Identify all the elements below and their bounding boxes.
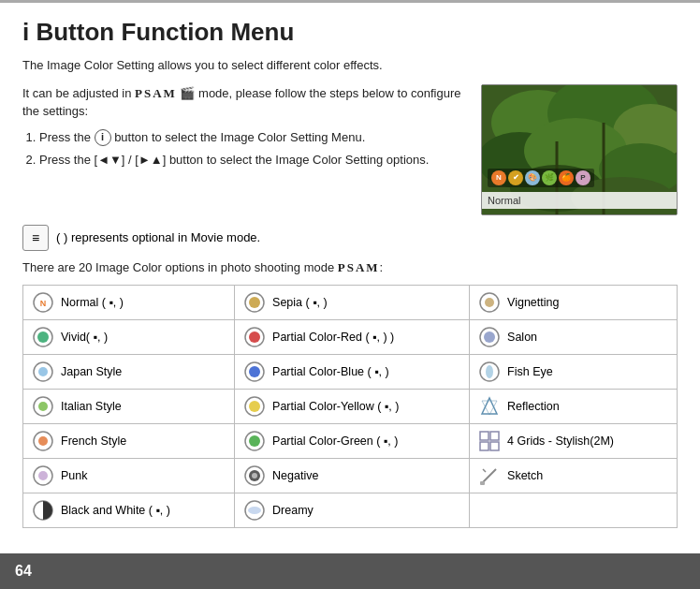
options-table: N Normal ( ▪, ) Sepia ( ▪, ) (22, 285, 678, 528)
partial-blue-label-text: Partial Color-Blue ( ▪, ) (272, 365, 389, 378)
punk-icon (31, 464, 55, 488)
option-fisheye: Fish Eye (477, 360, 669, 384)
table-row: Punk Negative (23, 458, 678, 493)
step-1: Press the i button to select the Image C… (39, 128, 466, 148)
svg-point-26 (249, 366, 260, 377)
option-cell-vignetting: Vignetting (470, 285, 678, 319)
bw-label-text: Black and White ( ▪, ) (61, 504, 170, 517)
shooting-prefix: There are 20 Image Color options in phot… (22, 260, 338, 274)
camera-normal-label: Normal (482, 192, 677, 209)
option-cell-empty (470, 493, 678, 527)
footer: 64 (0, 553, 700, 589)
option-salon: Salon (477, 325, 669, 349)
svg-point-14 (249, 297, 260, 308)
svg-point-36 (38, 436, 48, 446)
fisheye-icon (477, 360, 502, 384)
option-negative: Negative (242, 464, 461, 488)
option-sketch: Sketch (477, 464, 669, 488)
table-row: Japan Style Partial Color-Blue ( ▪, ) (23, 354, 678, 389)
partial-blue-icon (242, 360, 267, 384)
svg-point-47 (252, 473, 257, 479)
sketch-label-text: Sketch (507, 469, 543, 482)
svg-point-24 (38, 367, 48, 376)
negative-label-text: Negative (272, 469, 318, 482)
table-row: Vivid( ▪, ) Partial Color-Red ( ▪, ) ) (23, 319, 678, 354)
option-cell-italian: Italian Style (23, 389, 235, 423)
svg-rect-42 (490, 442, 499, 450)
option-cell-salon: Salon (470, 319, 678, 354)
punk-label-text: Punk (61, 469, 88, 482)
options-tbody: N Normal ( ▪, ) Sepia ( ▪, ) (23, 285, 678, 527)
svg-point-44 (38, 471, 48, 480)
french-label-text: French Style (61, 434, 126, 448)
4grids-icon (477, 429, 502, 453)
shooting-text: There are 20 Image Color options in phot… (22, 260, 678, 275)
salon-icon (477, 325, 502, 349)
option-cell-normal: N Normal ( ▪, ) (23, 285, 235, 319)
note-row: ≡ ( ) represents optional in Movie mode. (22, 225, 678, 251)
normal-label-text: Normal ( ▪, ) (61, 296, 124, 309)
table-row: Black and White ( ▪, ) Dreamy (23, 493, 678, 527)
japan-label-text: Japan Style (61, 365, 122, 378)
option-japan: Japan Style (31, 360, 226, 384)
table-row: French Style Partial Color-Green ( ▪, ) (23, 423, 678, 458)
partial-yellow-label-text: Partial Color-Yellow ( ▪, ) (272, 400, 399, 413)
step1-pre: Press the (39, 130, 95, 144)
step-2: Press the [◄▼] / [►▲] button to select t… (39, 151, 466, 170)
option-cell-punk: Punk (23, 458, 235, 493)
option-vivid: Vivid( ▪, ) (31, 325, 226, 349)
psam-label-1: PSAM (135, 86, 177, 100)
mode-i-icon: 🌿 (542, 170, 557, 185)
mode-n-icon: N (491, 170, 506, 185)
page-title: i Button Function Menu (22, 18, 678, 47)
vivid-label-text: Vivid( ▪, ) (61, 331, 108, 344)
steps-list: Press the i button to select the Image C… (22, 128, 466, 171)
intro-text-1: The Image Color Setting allows you to se… (22, 56, 678, 75)
foliage-bg: N ✔ 🎨 🌿 🍊 P Normal (482, 85, 677, 214)
option-cell-negative: Negative (235, 458, 470, 493)
table-row: Italian Style Partial Color-Yellow ( ▪, … (23, 389, 678, 423)
salon-label-text: Salon (507, 331, 537, 344)
two-col-section: It can be adjusted in PSAM 🎬 mode, pleas… (22, 84, 678, 215)
option-cell-4grids: 4 Grids - Stylish(2M) (470, 423, 678, 458)
svg-point-30 (38, 402, 48, 411)
step2-text: Press the [◄▼] / [►▲] button to select t… (39, 153, 429, 167)
page: i Button Function Menu The Image Color S… (0, 0, 700, 589)
option-cell-french: French Style (23, 423, 235, 458)
option-cell-japan: Japan Style (23, 354, 235, 389)
note-text: ( ) represents optional in Movie mode. (56, 230, 260, 244)
option-vignetting: Vignetting (477, 290, 669, 315)
bw-icon (31, 498, 55, 523)
option-punk: Punk (31, 464, 226, 488)
option-cell-dreamy: Dreamy (235, 493, 470, 527)
option-normal: N Normal ( ▪, ) (31, 290, 226, 315)
svg-point-53 (248, 507, 261, 514)
option-bw: Black and White ( ▪, ) (31, 498, 226, 523)
psam-label-2: PSAM (338, 260, 380, 274)
italian-label-text: Italian Style (61, 400, 122, 413)
partial-green-icon (242, 429, 267, 453)
page-number: 64 (15, 563, 32, 580)
mode-p-icon: P (576, 170, 591, 185)
vignetting-label-text: Vignetting (507, 296, 559, 309)
svg-text:N: N (40, 299, 47, 308)
fisheye-label-text: Fish Eye (507, 365, 553, 378)
intro2: It can be adjusted in PSAM 🎬 mode, pleas… (22, 84, 466, 121)
option-partial-blue: Partial Color-Blue ( ▪, ) (242, 360, 461, 384)
option-cell-partial-red: Partial Color-Red ( ▪, ) ) (235, 319, 470, 354)
svg-point-38 (249, 435, 260, 447)
partial-red-label-text: Partial Color-Red ( ▪, ) ) (272, 331, 394, 344)
normal-icon: N (31, 290, 55, 315)
vignetting-icon (477, 290, 502, 315)
option-partial-green: Partial Color-Green ( ▪, ) (242, 429, 461, 453)
partial-green-label-text: Partial Color-Green ( ▪, ) (272, 434, 398, 448)
option-cell-sepia: Sepia ( ▪, ) (235, 285, 470, 319)
partial-red-icon (242, 325, 267, 349)
option-cell-partial-yellow: Partial Color-Yellow ( ▪, ) (235, 389, 470, 423)
svg-point-28 (486, 365, 493, 378)
camera-toolbar: N ✔ 🎨 🌿 🍊 P (482, 166, 677, 190)
table-row: N Normal ( ▪, ) Sepia ( ▪, ) (23, 285, 678, 319)
instructions: It can be adjusted in PSAM 🎬 mode, pleas… (22, 84, 466, 215)
option-partial-red: Partial Color-Red ( ▪, ) ) (242, 325, 461, 349)
mode-icons-bar: N ✔ 🎨 🌿 🍊 P (488, 169, 594, 187)
